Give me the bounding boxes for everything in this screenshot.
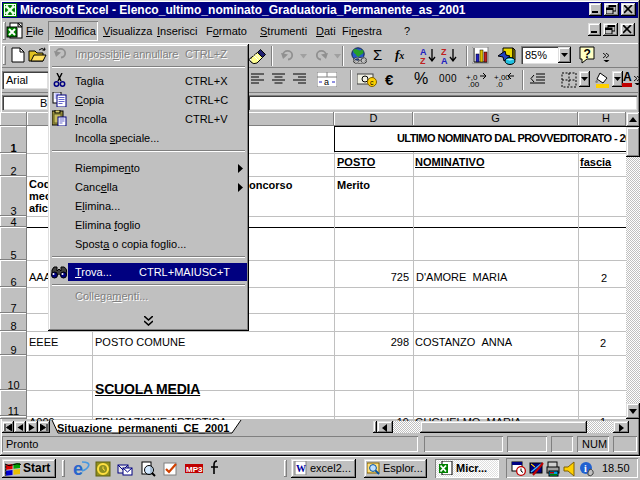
svg-text:A: A (441, 56, 448, 64)
svg-text:c: c (370, 79, 374, 86)
svg-text:Z: Z (420, 56, 426, 64)
svg-text:MP3: MP3 (186, 465, 203, 474)
svg-text:a: a (324, 77, 329, 87)
svg-text:?: ? (584, 47, 591, 61)
svg-text:W: W (296, 463, 306, 474)
svg-text:e: e (73, 460, 83, 477)
svg-text:,0: ,0 (496, 80, 503, 87)
svg-text:i: i (584, 463, 587, 474)
svg-text:,00: ,00 (468, 80, 480, 87)
